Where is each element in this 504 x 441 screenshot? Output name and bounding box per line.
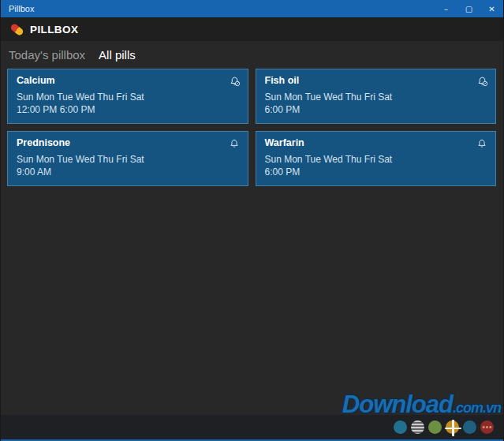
tab-bar: Today's pillbox All pills [1,41,503,69]
minimize-icon: – [444,5,448,13]
list-view-button[interactable] [411,420,424,434]
teal-dot-button-2[interactable] [463,420,476,434]
green-dot-button[interactable] [428,420,442,434]
reminder-bell-icon [476,137,488,151]
window-controls: – ▢ ✕ [435,0,503,17]
app-header: PILLBOX [1,17,503,41]
pill-card-fish-oil[interactable]: Fish oil Sun Mon Tue Wed Thu Fri Sat 6:0… [256,69,497,124]
teal-dot-button[interactable] [394,420,407,434]
pill-times: 9:00 AM [17,166,239,179]
pill-days: Sun Mon Tue Wed Thu Fri Sat [265,154,487,166]
pill-times: 12:00 PM 6:00 PM [17,104,239,117]
maximize-button[interactable]: ▢ [457,0,480,17]
minimize-button[interactable]: – [435,0,457,17]
window-title: Pillbox [9,4,34,13]
pill-name: Calcium [17,75,239,86]
pill-card-warfarin[interactable]: Warfarin Sun Mon Tue Wed Thu Fri Sat 6:0… [256,131,497,186]
pill-card-prednisone[interactable]: Prednisone Sun Mon Tue Wed Thu Fri Sat 9… [7,131,248,186]
tab-all-pills[interactable]: All pills [99,48,136,62]
add-pill-button[interactable] [446,420,459,434]
watermark-main-text: Download [342,391,453,418]
pill-schedule: Sun Mon Tue Wed Thu Fri Sat 6:00 PM [265,154,487,179]
app-title: PILLBOX [30,24,78,36]
window-titlebar: Pillbox – ▢ ✕ [1,0,503,17]
pill-days: Sun Mon Tue Wed Thu Fri Sat [265,92,487,104]
pill-capsule-icon [9,22,24,36]
appbar-button-group [394,420,494,434]
pill-cards-grid: Calcium Sun Mon Tue Wed Thu Fri Sat 12:0… [7,69,496,186]
pill-times: 6:00 PM [265,104,487,117]
close-button[interactable]: ✕ [480,0,503,17]
pill-name: Warfarin [265,137,487,148]
more-button[interactable] [480,420,494,434]
pill-name: Prednisone [17,137,239,148]
watermark-suffix-text: .com.vn [453,400,501,416]
bottom-appbar [1,415,503,439]
tab-todays-pillbox[interactable]: Today's pillbox [9,48,85,62]
pill-name: Fish oil [265,75,487,86]
reminder-off-bell-icon [229,75,241,88]
close-icon: ✕ [488,5,495,13]
pill-card-calcium[interactable]: Calcium Sun Mon Tue Wed Thu Fri Sat 12:0… [7,69,248,124]
pill-days: Sun Mon Tue Wed Thu Fri Sat [17,154,239,166]
pill-times: 6:00 PM [265,166,487,179]
reminder-bell-icon [229,137,241,151]
maximize-icon: ▢ [465,5,472,13]
pill-schedule: Sun Mon Tue Wed Thu Fri Sat 12:00 PM 6:0… [17,92,239,117]
reminder-off-bell-icon [476,75,488,88]
pill-days: Sun Mon Tue Wed Thu Fri Sat [17,92,239,104]
pill-schedule: Sun Mon Tue Wed Thu Fri Sat 9:00 AM [17,154,239,179]
pill-schedule: Sun Mon Tue Wed Thu Fri Sat 6:00 PM [265,92,487,117]
